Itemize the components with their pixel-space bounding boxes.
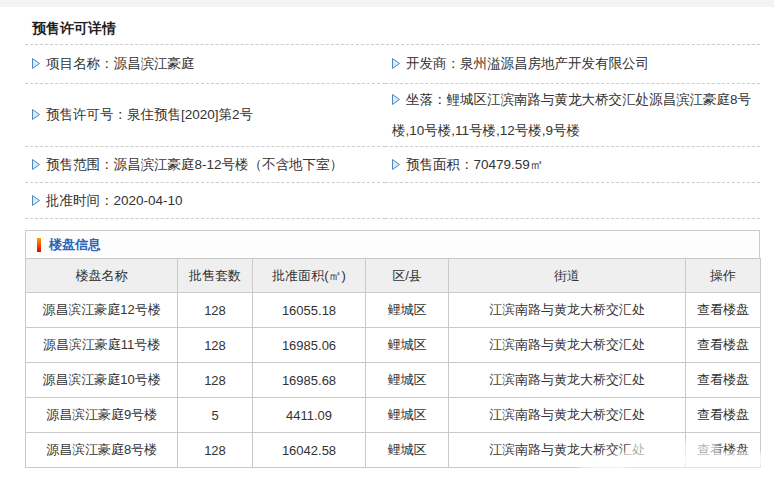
- field-label: 预售范围：: [46, 157, 114, 172]
- cell-units: 5: [178, 398, 253, 433]
- view-building-link[interactable]: 查看楼盘: [686, 328, 761, 363]
- cell-street: 江滨南路与黄龙大桥交汇处: [449, 433, 686, 468]
- field-presale-scope: 预售范围：源昌滨江豪庭8-12号楼（不含地下室）: [25, 147, 385, 183]
- cell-street: 江滨南路与黄龙大桥交汇处: [449, 398, 686, 433]
- cell-street: 江滨南路与黄龙大桥交汇处: [449, 293, 686, 328]
- field-value: 鲤城区江滨南路与黄龙大桥交汇处源昌滨江豪庭8号楼,10号楼,11号楼,12号楼,…: [392, 92, 751, 138]
- table-row: 源昌滨江豪庭10号楼 128 16985.68 鲤城区 江滨南路与黄龙大桥交汇处…: [26, 363, 761, 398]
- field-label: 项目名称：: [46, 56, 114, 71]
- col-header-area: 批准面积(㎡): [253, 259, 366, 293]
- table-row: 源昌滨江豪庭8号楼 128 16042.58 鲤城区 江滨南路与黄龙大桥交汇处 …: [26, 433, 761, 468]
- field-value: 泉住预售[2020]第2号: [127, 107, 253, 122]
- cell-area: 16042.58: [253, 433, 366, 468]
- cell-units: 128: [178, 363, 253, 398]
- cell-district: 鲤城区: [366, 433, 449, 468]
- table-row: 源昌滨江豪庭12号楼 128 16055.18 鲤城区 江滨南路与黄龙大桥交汇处…: [26, 293, 761, 328]
- view-building-link[interactable]: 查看楼盘: [686, 398, 761, 433]
- table-row: 源昌滨江豪庭11号楼 128 16985.06 鲤城区 江滨南路与黄龙大桥交汇处…: [26, 328, 761, 363]
- col-header-action: 操作: [686, 259, 761, 293]
- view-building-link[interactable]: 查看楼盘: [686, 363, 761, 398]
- cell-street: 江滨南路与黄龙大桥交汇处: [449, 328, 686, 363]
- triangle-right-icon: [392, 94, 400, 105]
- page-title: 预售许可详情: [25, 7, 760, 45]
- permit-info-list: 项目名称：源昌滨江豪庭 开发商：泉州溢源昌房地产开发有限公司 预售许可号：泉住预…: [25, 45, 760, 219]
- field-value: 70479.59㎡: [474, 157, 544, 172]
- triangle-right-icon: [392, 159, 400, 170]
- table-row: 源昌滨江豪庭9号楼 5 4411.09 鲤城区 江滨南路与黄龙大桥交汇处 查看楼…: [26, 398, 761, 433]
- col-header-building-name: 楼盘名称: [26, 259, 178, 293]
- triangle-right-icon: [392, 58, 400, 69]
- field-label: 预售许可号：: [46, 107, 127, 122]
- col-header-street: 街道: [449, 259, 686, 293]
- cell-district: 鲤城区: [366, 328, 449, 363]
- cell-units: 128: [178, 328, 253, 363]
- cell-building-name: 源昌滨江豪庭12号楼: [26, 293, 178, 328]
- cell-area: 16055.18: [253, 293, 366, 328]
- cell-area: 16985.06: [253, 328, 366, 363]
- field-label: 开发商：: [406, 56, 460, 71]
- field-value: 泉州溢源昌房地产开发有限公司: [460, 56, 649, 71]
- field-value: 源昌滨江豪庭: [114, 56, 195, 71]
- cell-units: 128: [178, 293, 253, 328]
- field-project-name: 项目名称：源昌滨江豪庭: [25, 45, 385, 84]
- field-developer: 开发商：泉州溢源昌房地产开发有限公司: [385, 45, 760, 84]
- field-label: 批准时间：: [46, 193, 114, 208]
- section-marker-bar: [37, 238, 41, 252]
- cell-building-name: 源昌滨江豪庭10号楼: [26, 363, 178, 398]
- field-label: 坐落：: [406, 92, 447, 107]
- view-building-link[interactable]: 查看楼盘: [686, 293, 761, 328]
- field-empty: [385, 183, 760, 219]
- cell-street: 江滨南路与黄龙大桥交汇处: [449, 363, 686, 398]
- triangle-right-icon: [32, 195, 40, 206]
- cell-building-name: 源昌滨江豪庭11号楼: [26, 328, 178, 363]
- triangle-right-icon: [32, 159, 40, 170]
- field-label: 预售面积：: [406, 157, 474, 172]
- field-value: 源昌滨江豪庭8-12号楼（不含地下室）: [114, 157, 344, 172]
- building-table: 楼盘名称 批售套数 批准面积(㎡) 区/县 街道 操作 源昌滨江豪庭12号楼 1…: [25, 258, 761, 468]
- cell-district: 鲤城区: [366, 398, 449, 433]
- building-info-section-header: 楼盘信息: [25, 230, 760, 258]
- field-location: 坐落：鲤城区江滨南路与黄龙大桥交汇处源昌滨江豪庭8号楼,10号楼,11号楼,12…: [385, 84, 760, 147]
- cell-area: 16985.68: [253, 363, 366, 398]
- section-title: 楼盘信息: [49, 236, 101, 254]
- top-edge-strip: [0, 0, 774, 7]
- field-permit-number: 预售许可号：泉住预售[2020]第2号: [25, 84, 385, 147]
- cell-building-name: 源昌滨江豪庭9号楼: [26, 398, 178, 433]
- cell-units: 128: [178, 433, 253, 468]
- cell-building-name: 源昌滨江豪庭8号楼: [26, 433, 178, 468]
- view-building-link[interactable]: 查看楼盘: [686, 433, 761, 468]
- field-presale-area: 预售面积：70479.59㎡: [385, 147, 760, 183]
- triangle-right-icon: [32, 109, 40, 120]
- field-approval-date: 批准时间：2020-04-10: [25, 183, 385, 219]
- cell-area: 4411.09: [253, 398, 366, 433]
- watermark-blob: [588, 468, 774, 480]
- cell-district: 鲤城区: [366, 293, 449, 328]
- table-header-row: 楼盘名称 批售套数 批准面积(㎡) 区/县 街道 操作: [26, 259, 761, 293]
- cell-district: 鲤城区: [366, 363, 449, 398]
- field-value: 2020-04-10: [114, 193, 183, 208]
- col-header-units: 批售套数: [178, 259, 253, 293]
- triangle-right-icon: [32, 58, 40, 69]
- permit-detail-page: 预售许可详情 项目名称：源昌滨江豪庭 开发商：泉州溢源昌房地产开发有限公司 预售…: [25, 7, 760, 468]
- col-header-district: 区/县: [366, 259, 449, 293]
